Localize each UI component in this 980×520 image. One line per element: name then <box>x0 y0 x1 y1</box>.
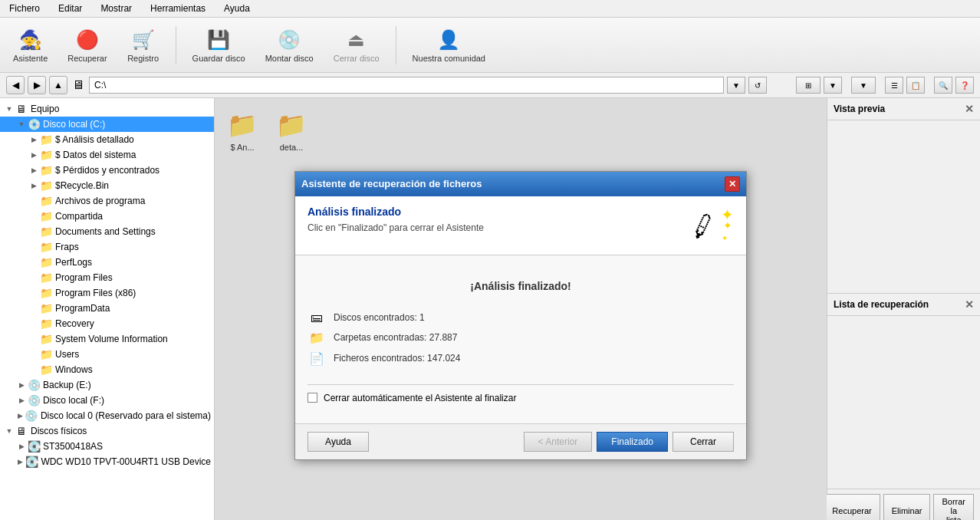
toggle-analisis[interactable]: ▶ <box>28 133 40 146</box>
recuperar-bottom-btn[interactable]: Recuperar <box>824 494 880 520</box>
toggle-disco-f[interactable]: ▶ <box>15 394 28 406</box>
sidebar-item-sysvolinfo[interactable]: 📁 System Volume Information <box>0 331 214 347</box>
toolbar-guardar[interactable]: 💾 Guardar disco <box>186 24 252 67</box>
progfiles-label: Program Files <box>55 272 113 283</box>
sidebar-item-st3500[interactable]: ▶ 💽 ST3500418AS <box>0 439 214 454</box>
datos-icon: 📁 <box>40 149 52 161</box>
search-btn[interactable]: 🔍 <box>934 77 952 94</box>
view-dropdown[interactable]: ▼ <box>824 77 842 94</box>
drive-icon: 🖥 <box>71 77 86 93</box>
stat-row-carpetas: 📁 Carpetas encontradas: 27.887 <box>307 331 734 345</box>
toolbar-recuperar[interactable]: 🔴 Recuperar <box>61 24 113 67</box>
menu-fichero[interactable]: Fichero <box>6 2 43 15</box>
dialog-anterior-button[interactable]: < Anterior <box>524 432 593 452</box>
sidebar-item-windows[interactable]: 📁 Windows <box>0 362 214 377</box>
help-btn[interactable]: ❓ <box>955 77 974 94</box>
discos-fisicos-label: Discos físicos <box>31 426 87 436</box>
right-panel-bottom-close[interactable]: ✕ <box>965 298 974 311</box>
nav-back[interactable]: ◀ <box>6 76 25 94</box>
address-input[interactable] <box>89 77 724 94</box>
sidebar-item-perflogs[interactable]: 📁 PerfLogs <box>0 255 214 270</box>
stat-ficheros-label: Ficheros encontrados: 147.024 <box>334 353 460 364</box>
dialog-finalizado-button[interactable]: Finalizado <box>597 432 668 452</box>
toggle-disco-0[interactable]: ▶ <box>15 410 25 422</box>
sidebar-item-progfiles86[interactable]: 📁 Program Files (x86) <box>0 285 214 301</box>
sidebar-item-backup-e[interactable]: ▶ 💿 Backup (E:) <box>0 377 214 393</box>
right-panel-bottom-title: Lista de recuperación <box>834 299 929 310</box>
sidebar-item-equipo[interactable]: ▼ 🖥 Equipo <box>0 101 214 117</box>
toggle-discos-fisicos[interactable]: ▼ <box>3 425 15 437</box>
toggle-datos[interactable]: ▶ <box>28 149 40 161</box>
toolbar-comunidad[interactable]: 👤 Nuestra comunidad <box>406 24 492 67</box>
progfiles-icon: 📁 <box>40 272 52 284</box>
dialog-ayuda-button[interactable]: Ayuda <box>307 432 369 452</box>
st3500-icon: 💽 <box>28 440 40 453</box>
toolbar-cerrar-disco[interactable]: ⏏ Cerrar disco <box>327 24 386 67</box>
cerrar-disco-icon: ⏏ <box>344 28 369 52</box>
sidebar-item-recovery[interactable]: 📁 Recovery <box>0 316 214 331</box>
recuperar-label: Recuperar <box>67 54 107 63</box>
sidebar-item-perdidos[interactable]: ▶ 📁 $ Pérdidos y encontrados <box>0 163 214 178</box>
sidebar-item-fraps[interactable]: 📁 Fraps <box>0 239 214 255</box>
sidebar-item-wdc[interactable]: ▶ 💽 WDC WD10 TPVT-00U4RT1 USB Device <box>0 454 214 469</box>
borrar-bottom-btn[interactable]: Borrar la lista <box>933 494 974 520</box>
menu-editar[interactable]: Editar <box>55 2 85 15</box>
view-grid[interactable]: ⊞ <box>796 77 821 94</box>
auto-close-checkbox[interactable] <box>307 393 317 403</box>
sidebar-item-disco-0[interactable]: ▶ 💿 Disco local 0 (Reservado para el sis… <box>0 408 214 423</box>
sidebar-item-progfiles[interactable]: 📁 Program Files <box>0 270 214 285</box>
docsettings-label: Documents and Settings <box>55 226 156 237</box>
toggle-recycle[interactable]: ▶ <box>28 179 40 192</box>
sidebar-item-recycle[interactable]: ▶ 📁 $Recycle.Bin <box>0 178 214 193</box>
main-layout: ▼ 🖥 Equipo ▼ 💿 Disco local (C:) ▶ 📁 $ An… <box>0 98 980 520</box>
eliminar-bottom-btn[interactable]: Eliminar <box>883 494 931 520</box>
equipo-label: Equipo <box>31 104 59 114</box>
sidebar-item-datos[interactable]: ▶ 📁 $ Datos del sistema <box>0 147 214 163</box>
toolbar-registro[interactable]: 🛒 Registro <box>120 24 166 67</box>
right-panel-top-title: Vista previa <box>834 104 885 114</box>
sidebar-item-archivos[interactable]: 📁 Archivos de programa <box>0 193 214 209</box>
menu-mostrar[interactable]: Mostrar <box>97 2 135 15</box>
right-panel-bottom-content <box>827 316 980 489</box>
address-dropdown[interactable]: ▼ <box>727 77 745 94</box>
sidebar-item-analisis[interactable]: ▶ 📁 $ Análisis detallado <box>0 132 214 147</box>
datos-label: $ Datos del sistema <box>55 150 136 160</box>
filter-btn[interactable]: ▼ <box>851 77 876 94</box>
view-detail[interactable]: 📋 <box>906 77 925 94</box>
sidebar-item-disco-f[interactable]: ▶ 💿 Disco local (F:) <box>0 393 214 408</box>
nav-forward[interactable]: ▶ <box>28 76 46 94</box>
sidebar-item-progdata[interactable]: 📁 ProgramData <box>0 301 214 316</box>
dialog-stats: 🖴 Discos encontrados: 1 📁 Carpetas encon… <box>307 311 734 366</box>
fraps-icon: 📁 <box>40 241 52 253</box>
toolbar-asistente[interactable]: 🧙 Asistente <box>6 24 54 67</box>
dialog-cerrar-button[interactable]: Cerrar <box>673 432 734 452</box>
toggle-st3500[interactable]: ▶ <box>15 440 28 453</box>
sidebar-item-disco-c[interactable]: ▼ 💿 Disco local (C:) <box>0 117 214 132</box>
menu-herramientas[interactable]: Herramientas <box>147 2 209 15</box>
toggle-equipo[interactable]: ▼ <box>3 103 15 115</box>
toggle-wdc[interactable]: ▶ <box>15 456 25 468</box>
disco-c-label: Disco local (C:) <box>43 119 105 130</box>
recycle-icon: 📁 <box>40 179 52 192</box>
discos-fisicos-icon: 🖥 <box>15 425 28 437</box>
st3500-label: ST3500418AS <box>43 441 103 452</box>
address-bar: ◀ ▶ ▲ 🖥 ▼ ↺ ⊞ ▼ ▼ ☰ 📋 🔍 ❓ <box>0 73 980 98</box>
nav-up[interactable]: ▲ <box>49 76 67 94</box>
dialog-close-button[interactable]: ✕ <box>725 176 740 192</box>
menu-ayuda[interactable]: Ayuda <box>221 2 253 15</box>
wdc-icon: 💽 <box>25 456 38 468</box>
view-list[interactable]: ☰ <box>885 77 903 94</box>
right-panel-top-close[interactable]: ✕ <box>965 103 974 115</box>
windows-icon: 📁 <box>40 364 52 376</box>
toggle-backup-e[interactable]: ▶ <box>15 379 28 391</box>
toggle-disco-c[interactable]: ▼ <box>15 118 28 130</box>
sidebar-item-users[interactable]: 📁 Users <box>0 347 214 362</box>
fraps-label: Fraps <box>55 242 79 252</box>
toolbar-montar[interactable]: 💿 Montar disco <box>258 24 321 67</box>
sidebar-item-docsettings[interactable]: 📁 Documents and Settings <box>0 224 214 239</box>
sidebar-item-compartida[interactable]: 📁 Compartida <box>0 209 214 224</box>
dialog-success-msg: ¡Análisis finalizado! <box>307 280 734 292</box>
toggle-perdidos[interactable]: ▶ <box>28 164 40 176</box>
sidebar-item-discos-fisicos[interactable]: ▼ 🖥 Discos físicos <box>0 423 214 439</box>
address-refresh[interactable]: ↺ <box>748 77 767 94</box>
